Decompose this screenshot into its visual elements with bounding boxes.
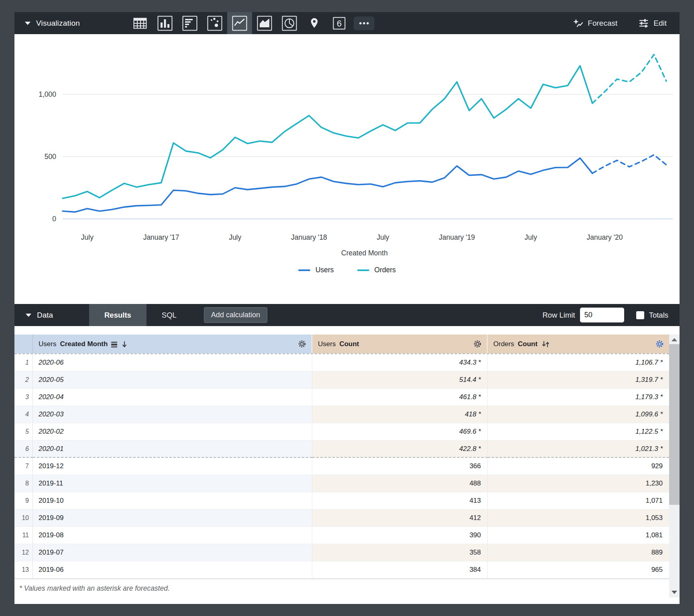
explore-window: Visualization (14, 12, 680, 604)
edit-button[interactable]: Edit (638, 18, 667, 29)
viz-bar-chart-button[interactable] (177, 12, 202, 34)
viz-area-chart-button[interactable] (252, 12, 277, 34)
orders-count-cell: 929 (488, 458, 669, 475)
orders-series-forecast-line (592, 55, 666, 103)
table-row: 32020-04461.8 *1,179.3 * (14, 389, 669, 406)
users-count-cell: 418 * (312, 406, 488, 423)
visualization-section-toggle[interactable]: Visualization (14, 12, 112, 34)
forecast-button[interactable]: Forecast (572, 18, 617, 29)
x-axis-title: Created Month (341, 249, 388, 257)
toolbar-actions: Forecast Edit (572, 12, 680, 34)
viz-line-chart-button[interactable] (227, 12, 252, 34)
data-title: Data (37, 311, 53, 320)
orders-count-cell: 1,071 (488, 492, 669, 510)
totals-label: Totals (649, 311, 668, 320)
viz-column-chart-button[interactable] (153, 12, 177, 34)
users-count-cell: 514.4 * (312, 371, 488, 389)
x-axis-tick-label: July (525, 233, 537, 241)
tab-results[interactable]: Results (89, 304, 147, 326)
created-month-cell: 2019-06 (33, 561, 312, 579)
x-axis-tick-label: January '17 (143, 233, 179, 241)
column-header-users-count[interactable]: Users Count (312, 335, 488, 353)
orders-count-gear-icon[interactable] (655, 339, 664, 349)
orders-count-cell: 1,230 (488, 475, 669, 492)
orders-count-cell: 1,053 (488, 510, 669, 527)
forecast-footnote: * Values marked with an asterisk are for… (14, 579, 669, 598)
legend-swatch (357, 269, 369, 271)
row-number: 1 (14, 354, 33, 371)
column-label: Created Month (60, 340, 108, 348)
row-number: 12 (14, 544, 33, 561)
row-number: 9 (14, 492, 33, 510)
orders-count-cell: 1,319.7 * (488, 371, 669, 389)
users-count-cell: 366 (312, 458, 488, 475)
table-row: 12020-06434.3 *1,106.7 * (14, 354, 669, 371)
users-count-gear-icon[interactable] (473, 339, 482, 349)
visualization-title: Visualization (36, 19, 80, 28)
column-header-created-month[interactable]: Users Created Month (33, 335, 312, 353)
row-number: 4 (14, 406, 33, 423)
single-value-icon: 6 (332, 16, 347, 31)
viz-scatter-button[interactable] (202, 12, 227, 34)
scatter-icon (207, 16, 222, 31)
scrollbar-thumb[interactable] (669, 344, 680, 505)
orders-count-cell: 1,179.3 * (488, 389, 669, 406)
add-calculation-button[interactable]: Add calculation (204, 307, 267, 323)
legend-item-users: Users (298, 266, 334, 274)
row-limit-input[interactable] (580, 308, 624, 322)
row-number: 2 (14, 371, 33, 389)
column-prefix: Users (39, 340, 56, 348)
y-axis-tick-label: 0 (52, 215, 56, 223)
orders-count-cell: 965 (488, 561, 669, 579)
x-axis-tick-label: July (229, 233, 241, 241)
data-toolbar-right: Row Limit Totals (542, 304, 680, 326)
legend-swatch (298, 269, 310, 271)
column-header-orders-count[interactable]: Orders Count (488, 335, 669, 353)
collapse-caret-icon (26, 314, 31, 317)
created-month-gear-icon[interactable] (297, 339, 307, 349)
scrollbar-down-arrow[interactable] (669, 588, 680, 597)
legend-item-orders: Orders (357, 266, 396, 274)
x-axis-tick-label: January '18 (291, 233, 327, 241)
scrollbar-up-arrow[interactable] (669, 335, 680, 344)
data-section-toggle[interactable]: Data (14, 304, 89, 326)
orders-series-line (63, 66, 592, 198)
tab-sql[interactable]: SQL (147, 304, 192, 326)
row-number: 13 (14, 561, 33, 579)
table-row: 112019-083901,081 (14, 527, 669, 544)
created-month-cell: 2020-06 (33, 354, 312, 371)
table-row: 42020-03418 *1,099.6 * (14, 406, 669, 423)
chart-legend: UsersOrders (14, 261, 680, 279)
created-month-cell: 2019-12 (33, 458, 312, 475)
y-axis-tick-label: 1,000 (39, 90, 56, 98)
table-scrollbar[interactable] (669, 335, 680, 598)
created-month-cell: 2020-01 (33, 441, 312, 458)
users-series-line (63, 158, 592, 212)
results-table: Users Created Month (14, 335, 680, 598)
viz-map-button[interactable] (302, 12, 327, 34)
svg-text:6: 6 (337, 18, 342, 29)
orders-count-cell: 889 (488, 544, 669, 561)
column-prefix: Users (318, 340, 336, 348)
viz-type-picker: 6 (128, 12, 377, 34)
users-count-cell: 413 (312, 492, 488, 510)
column-label: Count (518, 340, 537, 348)
users-count-cell: 434.3 * (312, 354, 488, 371)
users-count-cell: 461.8 * (312, 389, 488, 406)
viz-single-value-button[interactable]: 6 (327, 12, 352, 34)
viz-pie-chart-button[interactable] (277, 12, 302, 34)
y-axis-tick-label: 500 (45, 153, 56, 161)
created-month-cell: 2020-05 (33, 371, 312, 389)
totals-checkbox[interactable] (636, 311, 644, 319)
orders-count-cell: 1,106.7 * (488, 354, 669, 371)
area-chart-icon (257, 16, 272, 31)
orders-count-cell: 1,081 (488, 527, 669, 544)
viz-table-button[interactable] (128, 12, 153, 34)
viz-more-button[interactable] (352, 12, 377, 34)
row-number: 6 (14, 441, 33, 458)
line-chart-icon (232, 16, 247, 31)
row-number-header (14, 335, 33, 353)
orders-count-cell: 1,021.3 * (488, 441, 669, 458)
created-month-cell: 2019-08 (33, 527, 312, 544)
created-month-cell: 2020-03 (33, 406, 312, 423)
